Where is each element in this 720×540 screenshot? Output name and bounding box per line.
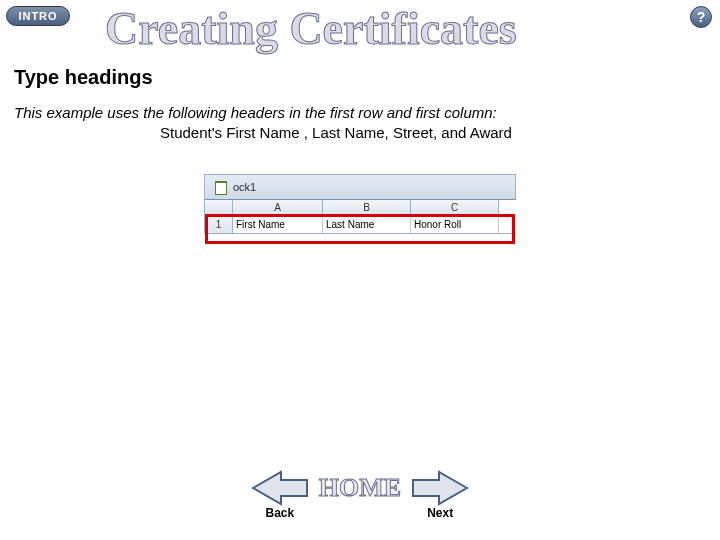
column-header-row: A B C <box>204 200 516 216</box>
data-row-1: 1 First Name Last Name Honor Roll <box>204 216 516 234</box>
next-button[interactable]: Next <box>411 470 469 520</box>
row-header-1: 1 <box>205 216 233 233</box>
document-icon <box>215 181 227 195</box>
svg-marker-1 <box>413 472 467 504</box>
page-title: Creating Certificates <box>105 2 517 55</box>
document-name: ock1 <box>233 181 256 193</box>
subheading: Type headings <box>14 66 153 89</box>
cell-a1: First Name <box>233 216 323 233</box>
cell-c1: Honor Roll <box>411 216 499 233</box>
back-button[interactable]: Back <box>251 470 309 520</box>
arrow-right-icon <box>411 470 469 506</box>
home-button[interactable]: HOME <box>319 473 401 503</box>
column-header-c: C <box>411 200 499 216</box>
cell-b1: Last Name <box>323 216 411 233</box>
spreadsheet-screenshot: ock1 A B C 1 First Name Last Name Honor … <box>204 174 516 234</box>
svg-marker-0 <box>253 472 307 504</box>
column-header-a: A <box>233 200 323 216</box>
intro-pill[interactable]: INTRO <box>6 6 70 26</box>
help-button[interactable]: ? <box>690 6 712 28</box>
next-label: Next <box>427 506 453 520</box>
corner-cell <box>205 200 233 216</box>
back-label: Back <box>265 506 294 520</box>
column-header-b: B <box>323 200 411 216</box>
description-line-2: Student's First Name , Last Name, Street… <box>160 124 512 141</box>
spreadsheet-titlebar: ock1 <box>204 174 516 200</box>
arrow-left-icon <box>251 470 309 506</box>
description-line-1: This example uses the following headers … <box>14 104 497 121</box>
nav-bar: Back HOME Next <box>0 470 720 520</box>
